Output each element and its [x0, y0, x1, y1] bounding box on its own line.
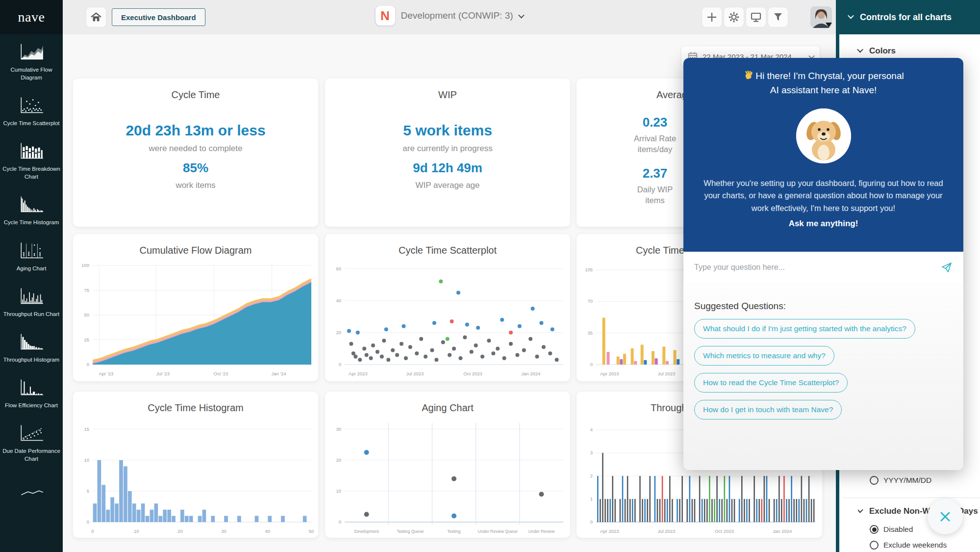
flow-efficiency-icon [18, 377, 45, 398]
ai-assistant-popup: Hi there! I'm Chrystal, your personalAI … [683, 58, 963, 470]
sidebar-item-aging-chart[interactable]: Aging Chart [0, 233, 63, 279]
svg-text:Apr 2023: Apr 2023 [600, 528, 619, 534]
cycle-time-card: Cycle Time 20d 23h 13m or less were need… [73, 79, 318, 227]
svg-text:10: 10 [84, 457, 89, 463]
gear-icon [728, 11, 740, 23]
chevron-down-icon [857, 46, 863, 53]
wip-sub: are currently in progress [402, 144, 492, 154]
cycle-time-sub: were needed to complete [149, 144, 243, 154]
filter-button[interactable] [768, 7, 788, 27]
colors-section-header[interactable]: Colors [858, 46, 896, 56]
svg-text:Jul 2023: Jul 2023 [657, 371, 675, 376]
arrival-rate-value: 0.23 [643, 115, 668, 130]
sidebar-item-partial[interactable] [0, 469, 63, 507]
arrival-rate-label: Arrival Rate items/day [634, 133, 676, 155]
chat-question-input[interactable] [694, 263, 941, 272]
exclude-option-disabled[interactable]: Disabled [870, 525, 913, 534]
dog-illustration [796, 108, 851, 163]
svg-text:Oct '23: Oct '23 [214, 371, 228, 376]
user-avatar[interactable] [810, 6, 832, 28]
svg-text:40: 40 [265, 528, 271, 534]
chevron-down-icon [518, 12, 525, 18]
partial-chart-icon [18, 476, 45, 497]
svg-text:70: 70 [587, 298, 593, 304]
card-title: WIP [325, 79, 570, 101]
cumulative-flow-diagram-card: Cumulative Flow Diagram 0255075100Apr '2… [73, 234, 318, 381]
wip-sub2: WIP average age [415, 181, 479, 190]
chart-title: Aging Chart [325, 392, 570, 414]
controls-panel-header[interactable]: Controls for all charts [836, 0, 980, 34]
svg-text:50: 50 [84, 312, 89, 317]
cycle-time-percentile: 85% [183, 160, 208, 176]
exclude-option-weekends[interactable]: Exclude weekends [870, 541, 947, 550]
svg-text:50: 50 [309, 528, 314, 534]
send-icon[interactable] [941, 262, 953, 273]
cycle-time-value: 20d 23h 13m or less [126, 122, 265, 139]
sidebar-item-flow-efficiency[interactable]: Flow Efficiency Chart [0, 370, 63, 416]
svg-text:0: 0 [339, 362, 341, 367]
svg-text:Jan 2024: Jan 2024 [521, 371, 540, 376]
executive-dashboard-button[interactable]: Executive Dashboard [112, 8, 205, 26]
scatterplot-icon [18, 95, 45, 116]
svg-text:30: 30 [336, 426, 341, 432]
sidebar-item-label: Cycle Time Scatterplot [2, 119, 61, 127]
suggested-question-3[interactable]: How to read the Cycle Time Scatterplot? [694, 373, 848, 393]
radio-selected-icon [870, 525, 879, 534]
wip-value: 5 work items [403, 122, 492, 139]
sidebar-item-throughput-histogram[interactable]: Throughput Histogram [0, 324, 63, 370]
svg-text:0: 0 [87, 362, 89, 367]
svg-text:Apr 2023: Apr 2023 [349, 371, 368, 376]
sidebar-item-label: Due Date Performance Chart [2, 447, 61, 463]
radio-icon [870, 476, 879, 485]
suggested-question-2[interactable]: Which metrics to measure and why? [694, 346, 834, 366]
chevron-down-icon [858, 506, 863, 513]
add-chart-button[interactable] [702, 7, 722, 27]
cumulative-flow-diagram: 0255075100Apr '23Jul '23Oct '23Jan '24 [73, 258, 318, 379]
svg-text:Under Review Queue: Under Review Queue [478, 529, 518, 534]
sidebar-item-cycle-time-breakdown[interactable]: Cycle Time Breakdown Chart [0, 133, 63, 187]
sidebar-item-cumulative-flow-diagram[interactable]: Cumulative Flow Diagram [0, 34, 63, 88]
suggested-questions-title: Suggested Questions: [694, 301, 953, 312]
svg-text:0: 0 [590, 362, 593, 367]
top-bar: Executive Dashboard N Development (CONWI… [63, 0, 836, 34]
daily-wip-label: Daily WIP items [637, 184, 673, 206]
chart-title: Cycle Time Histogram [73, 392, 318, 414]
cfd-icon [18, 42, 45, 62]
svg-text:0: 0 [590, 519, 593, 525]
svg-text:0: 0 [91, 528, 94, 534]
avatar-image [810, 6, 832, 28]
waving-hand-icon [743, 70, 754, 81]
date-format-option-yyyymmdd[interactable]: YYYY/MM/DD [870, 476, 931, 485]
svg-text:Jul 2023: Jul 2023 [406, 371, 424, 376]
svg-text:30: 30 [221, 528, 226, 534]
home-icon [90, 11, 102, 23]
sidebar-item-throughput-run-chart[interactable]: Throughput Run Chart [0, 279, 63, 324]
board-selector[interactable]: N Development (CONWIP: 3) [375, 6, 523, 26]
suggested-question-1[interactable]: What should I do if I'm just getting sta… [694, 319, 915, 339]
close-chat-button[interactable] [928, 499, 963, 534]
svg-text:Jan 2024: Jan 2024 [773, 528, 792, 534]
sidebar-item-label: Cycle Time Breakdown Chart [2, 165, 61, 181]
radio-icon [870, 541, 879, 550]
assistant-avatar [796, 108, 851, 163]
settings-button[interactable] [724, 7, 744, 27]
home-button[interactable] [86, 7, 106, 27]
chevron-down-icon [848, 12, 854, 19]
svg-text:0: 0 [87, 519, 89, 525]
monitor-icon [750, 11, 762, 23]
svg-text:25: 25 [84, 337, 89, 342]
daily-wip-value: 2.37 [643, 166, 668, 181]
sidebar-item-label: Throughput Histogram [2, 356, 61, 364]
sidebar-item-due-date-performance[interactable]: Due Date Performance Chart [0, 416, 63, 469]
sidebar-item-cycle-time-histogram[interactable]: Cycle Time Histogram [0, 187, 63, 233]
board-selector-label: Development (CONWIP: 3) [401, 10, 513, 21]
assistant-description: Whether you're setting up your dashboard… [698, 177, 949, 215]
display-mode-button[interactable] [746, 7, 766, 27]
cycle-time-scatterplot-card: Cycle Time Scatterplot 0204060Apr 2023Ju… [325, 234, 570, 381]
due-date-performance-icon [18, 423, 45, 444]
colors-section-label: Colors [869, 46, 896, 56]
controls-panel-title: Controls for all charts [860, 12, 952, 23]
chart-title: Cycle Time Scatterplot [325, 234, 570, 256]
suggested-question-4[interactable]: How do I get in touch with team Nave? [694, 400, 842, 420]
sidebar-item-cycle-time-scatterplot[interactable]: Cycle Time Scatterplot [0, 88, 63, 133]
